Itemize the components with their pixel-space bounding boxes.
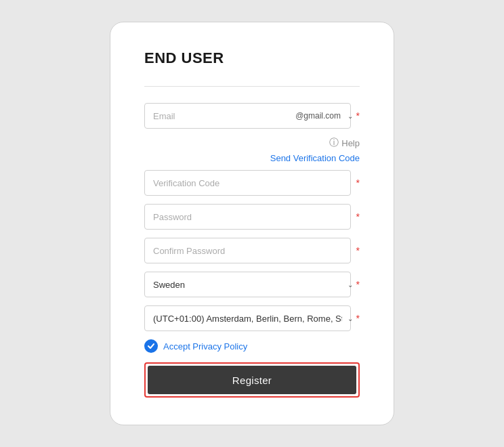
email-input-wrapper: @gmail.com ⌄ *	[144, 103, 360, 129]
verification-input-wrapper: *	[144, 170, 360, 196]
privacy-row: Accept Privacy Policy	[144, 339, 360, 353]
divider	[144, 86, 360, 87]
country-group: Sweden ⌄ *	[144, 272, 360, 297]
send-verification-row: Send Verification Code	[144, 153, 360, 163]
help-circle-icon: ⓘ	[329, 137, 339, 149]
check-icon	[147, 342, 155, 350]
email-input[interactable]	[144, 103, 351, 129]
registration-card: END USER @gmail.com ⌄ * ⓘ Help Send Veri…	[110, 22, 394, 425]
privacy-policy-link[interactable]: Accept Privacy Policy	[163, 341, 247, 352]
country-select[interactable]: Sweden	[144, 272, 351, 297]
timezone-required-star: *	[356, 313, 360, 324]
timezone-select-wrapper: (UTC+01:00) Amsterdam, Berlin, Bern, Rom…	[144, 305, 360, 331]
timezone-group: (UTC+01:00) Amsterdam, Berlin, Bern, Rom…	[144, 305, 360, 331]
confirm-password-required-star: *	[356, 245, 360, 256]
help-row: ⓘ Help	[144, 137, 360, 149]
send-help-group: ⓘ Help Send Verification Code	[144, 137, 360, 163]
privacy-checkbox[interactable]	[144, 339, 158, 353]
register-wrapper: Register	[144, 362, 360, 398]
country-required-star: *	[356, 279, 360, 290]
help-label: Help	[341, 138, 360, 148]
verification-input[interactable]	[144, 170, 351, 196]
password-input-wrapper: *	[144, 204, 360, 230]
send-verification-link[interactable]: Send Verification Code	[270, 153, 360, 163]
page-title: END USER	[144, 49, 360, 67]
confirm-password-input-wrapper: *	[144, 238, 360, 263]
password-group: *	[144, 204, 360, 230]
confirm-password-group: *	[144, 238, 360, 263]
verification-group: *	[144, 170, 360, 196]
email-required-star: *	[356, 110, 360, 121]
password-input[interactable]	[144, 204, 351, 230]
country-select-wrapper: Sweden ⌄ *	[144, 272, 360, 297]
confirm-password-input[interactable]	[144, 238, 351, 263]
register-button[interactable]: Register	[148, 366, 356, 394]
screen-container: END USER @gmail.com ⌄ * ⓘ Help Send Veri…	[0, 0, 504, 447]
timezone-select[interactable]: (UTC+01:00) Amsterdam, Berlin, Bern, Rom…	[144, 305, 351, 331]
password-required-star: *	[356, 211, 360, 222]
verification-required-star: *	[356, 177, 360, 188]
email-group: @gmail.com ⌄ *	[144, 103, 360, 129]
